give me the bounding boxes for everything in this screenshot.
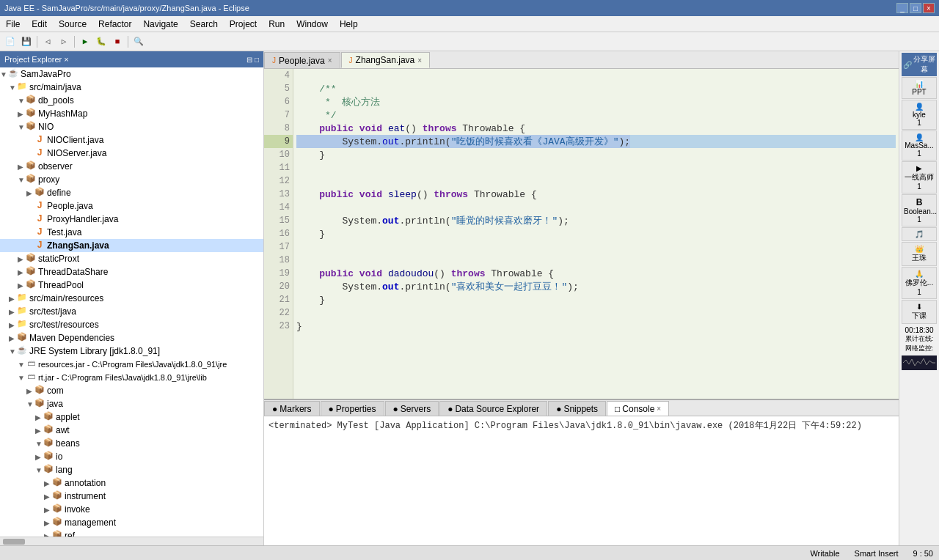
fuluolun-btn[interactable]: 🙏 佛罗伦... 1	[902, 267, 937, 299]
btab-servers[interactable]: ● Servers	[385, 401, 439, 416]
tree-src-test-res[interactable]: ▶ 📁 src/test/resources	[0, 318, 263, 331]
maximize-button[interactable]: □	[910, 3, 921, 13]
ppt-btn[interactable]: 📊 PPT	[902, 77, 937, 99]
tree-beans[interactable]: ▼ 📦 beans	[0, 437, 263, 450]
tree-proxy[interactable]: ▼ 📦 proxy	[0, 173, 263, 186]
tree-Test[interactable]: J Test.java	[0, 226, 263, 239]
yixian-btn[interactable]: ▶ 一线高师 1	[902, 161, 937, 194]
code-line-6: * 核心方法	[296, 95, 896, 108]
tree-applet[interactable]: ▶ 📦 applet	[0, 410, 263, 424]
btab-properties[interactable]: ● Properties	[321, 401, 384, 416]
tree-com[interactable]: ▶ 📦 com	[0, 384, 263, 397]
toolbar-run[interactable]: ▶	[78, 34, 92, 49]
code-line-18	[296, 254, 896, 267]
tree-ThreadDataShare[interactable]: ▶ 📦 ThreadDataShare	[0, 265, 263, 279]
scroll-thumb	[3, 539, 25, 545]
tree-java[interactable]: ▼ 📦 java	[0, 397, 263, 410]
user-count: 1	[904, 119, 935, 127]
tab-zhangsan[interactable]: J ZhangSan.java ×	[341, 52, 431, 68]
tree-arrow: ▼	[18, 97, 25, 105]
tree-ThreadPool[interactable]: ▶ 📦 ThreadPool	[0, 279, 263, 292]
tree-SamJavaPro[interactable]: ▼ ☕ SamJavaPro	[0, 67, 263, 81]
download-btn[interactable]: ⬇ 下课	[902, 300, 937, 324]
share-screen-btn[interactable]: 🔗 分享屏幕	[902, 53, 937, 76]
package-icon: 📦	[51, 530, 63, 537]
tree-staticProxt[interactable]: ▶ 📦 staticProxt	[0, 252, 263, 265]
tree-NIOServer[interactable]: J NIOServer.java	[0, 147, 263, 160]
tab-close-people[interactable]: ×	[328, 56, 332, 65]
tree-rt-jar[interactable]: ▼ 🗃 rt.jar - C:\Program Files\Java\jdk1.…	[0, 371, 263, 384]
project-icon: ☕	[7, 68, 19, 80]
tree-io[interactable]: ▶ 📦 io	[0, 450, 263, 463]
tree-NIOClient[interactable]: J NIOClient.java	[0, 133, 263, 147]
wangzhu-btn[interactable]: 👑 王珠	[902, 242, 937, 266]
boolean-btn[interactable]: B Boolean... 1	[902, 194, 937, 226]
tree-jre[interactable]: ▼ ☕ JRE System Library [jdk1.8.0_91]	[0, 345, 263, 358]
tree-ZhangSan[interactable]: J ZhangSan.java	[0, 239, 263, 252]
btab-datasource[interactable]: ● Data Source Explorer	[439, 401, 547, 416]
menu-window[interactable]: Window	[291, 18, 334, 31]
tree-maven[interactable]: ▶ 📦 Maven Dependencies	[0, 331, 263, 345]
btab-snippets[interactable]: ● Snippets	[548, 401, 606, 416]
menu-help[interactable]: Help	[334, 18, 364, 31]
user-icon: 👤	[915, 103, 924, 111]
menu-refactor[interactable]: Refactor	[92, 18, 137, 31]
menu-source[interactable]: Source	[53, 18, 92, 31]
tree-NIO[interactable]: ▼ 📦 NIO	[0, 120, 263, 133]
tree-management[interactable]: ▶ 📦 management	[0, 516, 263, 529]
toolbar-stop[interactable]: ■	[110, 34, 125, 49]
main-area: Project Explorer × ⊟ □ ▼ ☕ SamJavaPro ▼ …	[0, 51, 939, 545]
tree-People[interactable]: J People.java	[0, 199, 263, 213]
tree-invoke[interactable]: ▶ 📦 invoke	[0, 503, 263, 516]
code-editor[interactable]: 4 5 6 7 8 9 10 11 12 13 14 15 16 17 18 1…	[264, 69, 899, 399]
toolbar-save[interactable]: 💾	[19, 34, 34, 49]
toolbar-forward[interactable]: ▷	[56, 34, 71, 49]
package-icon: 📦	[25, 266, 37, 278]
sidebar-hscroll[interactable]	[0, 537, 263, 545]
project-explorer: Project Explorer × ⊟ □ ▼ ☕ SamJavaPro ▼ …	[0, 51, 264, 545]
btab-markers[interactable]: ● Markers	[264, 401, 320, 416]
tree-label: NIO	[38, 122, 54, 132]
tree-src-test[interactable]: ▶ 📁 src/test/java	[0, 305, 263, 318]
music-btn[interactable]: 🎵	[902, 227, 937, 241]
menu-edit[interactable]: Edit	[26, 18, 53, 31]
tree-db_pools[interactable]: ▼ 📦 db_pools	[0, 94, 263, 107]
tree-label: src/test/java	[29, 306, 76, 317]
menu-project[interactable]: Project	[224, 18, 263, 31]
tree-label: NIOServer.java	[47, 148, 106, 158]
tree-annotation[interactable]: ▶ 📦 annotation	[0, 476, 263, 490]
package-icon: 📦	[25, 279, 37, 291]
tree-MyHashMap[interactable]: ▶ 📦 MyHashMap	[0, 107, 263, 120]
tree-observer[interactable]: ▶ 📦 observer	[0, 160, 263, 173]
btab-close[interactable]: ×	[657, 405, 661, 413]
menu-run[interactable]: Run	[263, 18, 291, 31]
tree-label: resources.jar - C:\Program Files\Java\jd…	[38, 360, 227, 369]
tree-ProxyHandler[interactable]: J ProxyHandler.java	[0, 213, 263, 226]
tree-src-main-res[interactable]: ▶ 📁 src/main/resources	[0, 292, 263, 305]
tab-close-zhangsan[interactable]: ×	[417, 56, 422, 65]
tree-lang[interactable]: ▼ 📦 lang	[0, 463, 263, 476]
line-num-20: 20	[264, 280, 293, 293]
tree-ref[interactable]: ▶ 📦 ref	[0, 529, 263, 537]
user-kyle-btn[interactable]: 👤 kyle 1	[902, 100, 937, 130]
btab-console[interactable]: □ Console ×	[607, 401, 669, 416]
minimize-button[interactable]: _	[896, 3, 908, 13]
toolbar-back[interactable]: ◁	[40, 34, 55, 49]
menu-search[interactable]: Search	[184, 18, 224, 31]
sidebar-header: Project Explorer × ⊟ □	[0, 51, 263, 67]
line-num-8: 8	[264, 122, 293, 135]
toolbar-new[interactable]: 📄	[3, 34, 18, 49]
code-text[interactable]: /** * 核心方法 */ public void eat() throws T…	[293, 69, 899, 399]
toolbar-search[interactable]: 🔍	[131, 34, 146, 49]
menu-file[interactable]: File	[0, 18, 26, 31]
user-massa-btn[interactable]: 👤 MasSa... 1	[902, 130, 937, 161]
tree-resources-jar[interactable]: ▼ 🗃 resources.jar - C:\Program Files\Jav…	[0, 358, 263, 371]
menu-navigate[interactable]: Navigate	[137, 18, 183, 31]
tab-people[interactable]: J People.java ×	[264, 52, 340, 68]
tree-awt[interactable]: ▶ 📦 awt	[0, 424, 263, 437]
tree-instrument[interactable]: ▶ 📦 instrument	[0, 490, 263, 503]
close-button[interactable]: ×	[923, 3, 935, 13]
toolbar-debug[interactable]: 🐛	[94, 34, 109, 49]
tree-define[interactable]: ▶ 📦 define	[0, 186, 263, 199]
tree-src-main[interactable]: ▼ 📁 src/main/java	[0, 81, 263, 94]
